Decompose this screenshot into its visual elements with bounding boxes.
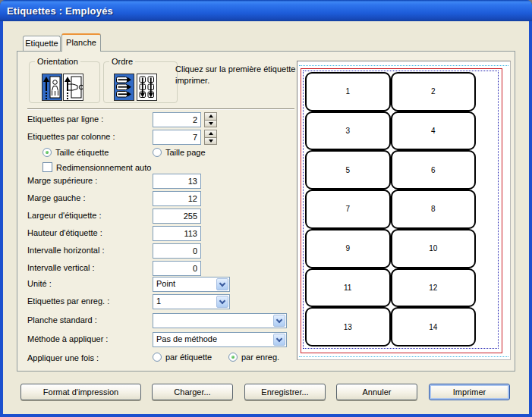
field-label: Intervalle vertical : <box>27 263 95 272</box>
tab-etiquette[interactable]: Etiquette <box>23 36 61 51</box>
preview-label[interactable]: 9 <box>305 229 391 268</box>
size-label-radio[interactable]: Taille étiquette <box>42 148 109 157</box>
radio-label: Taille page <box>165 148 206 157</box>
field-label: Hauteur d'étiquette : <box>27 228 102 237</box>
preview-label[interactable]: 5 <box>305 150 391 190</box>
planche-tab-page: Orientation <box>17 51 515 372</box>
chevron-down-icon[interactable] <box>273 334 285 346</box>
preview-label[interactable]: 13 <box>305 307 391 346</box>
spin-up-icon[interactable] <box>204 130 217 138</box>
labels-per-column-stepper <box>204 130 217 145</box>
combo-value: 1 <box>156 296 161 306</box>
vertical-order-icon[interactable] <box>137 74 157 101</box>
auto-resize-checkbox[interactable]: Redimensionnement auto <box>42 162 151 172</box>
preview-label[interactable]: 10 <box>391 229 477 268</box>
combo-value: Point <box>156 279 175 288</box>
group-label: Ordre <box>109 57 135 66</box>
preview-label[interactable]: 4 <box>391 111 477 151</box>
top-margin-input[interactable] <box>153 174 201 189</box>
load-button[interactable]: Charger... <box>152 384 233 400</box>
landscape-orientation-icon[interactable] <box>63 74 83 101</box>
labels-per-line-input[interactable] <box>153 112 201 127</box>
order-group: Ordre <box>103 61 178 103</box>
chevron-down-icon[interactable] <box>216 278 228 290</box>
vertical-gap-input[interactable] <box>153 261 201 276</box>
field-label: Marge supérieure : <box>27 176 97 185</box>
spin-down-icon[interactable] <box>204 121 217 128</box>
separator <box>27 108 294 110</box>
field-label: Unité : <box>27 279 52 288</box>
radio-label: par enreg. <box>241 353 279 362</box>
preview-label[interactable]: 6 <box>391 150 477 190</box>
standard-sheet-combo[interactable] <box>153 313 287 328</box>
dialog-body: Etiquette Planche Orientation <box>3 21 529 414</box>
size-page-radio[interactable]: Taille page <box>153 148 206 157</box>
title-bar[interactable]: Etiquettes : Employés <box>0 0 532 21</box>
field-label: Etiquettes par ligne : <box>27 114 103 124</box>
field-label: Etiquettes par colonne : <box>27 132 115 141</box>
horizontal-gap-input[interactable] <box>153 243 201 259</box>
window-title: Etiquettes : Employés <box>0 5 113 17</box>
radio-icon <box>153 148 162 157</box>
preview-label-grid: 1234567891011121314 <box>305 72 476 346</box>
printable-guide-top <box>299 65 508 66</box>
radio-icon <box>228 353 238 362</box>
field-label: Méthode à appliquer : <box>27 334 108 343</box>
print-button[interactable]: Imprimer <box>429 384 510 400</box>
field-label: Largeur d'étiquette : <box>27 211 102 220</box>
unit-combo[interactable]: Point <box>153 277 230 292</box>
chevron-down-icon[interactable] <box>216 296 228 308</box>
sheet-preview-panel: 1234567891011121314 <box>297 61 511 360</box>
labels-dialog: Etiquettes : Employés Etiquette Planche … <box>0 0 532 417</box>
labels-per-column-input[interactable] <box>153 130 201 145</box>
group-label: Orientation <box>35 57 80 66</box>
checkbox-icon <box>42 162 52 172</box>
radio-icon <box>42 148 52 157</box>
left-margin-input[interactable] <box>153 191 201 206</box>
orientation-group: Orientation <box>29 61 100 103</box>
labels-per-line-stepper <box>204 112 217 127</box>
per-label-radio[interactable]: par étiquette <box>153 353 212 362</box>
field-label: Intervalle horizontal : <box>27 246 105 255</box>
print-format-button[interactable]: Format d'impression <box>20 384 141 400</box>
method-combo[interactable]: Pas de méthode <box>153 332 287 347</box>
horizontal-order-icon[interactable] <box>114 74 134 101</box>
preview-label[interactable]: 14 <box>391 307 477 346</box>
preview-label[interactable]: 7 <box>305 190 391 229</box>
preview-label[interactable]: 1 <box>305 72 391 111</box>
first-label-hint: Cliquez sur la première étiquette à impr… <box>175 64 303 86</box>
radio-label: par étiquette <box>165 353 212 362</box>
tab-label: Etiquette <box>25 39 58 48</box>
label-width-input[interactable] <box>153 208 201 224</box>
portrait-orientation-icon[interactable] <box>42 74 62 101</box>
radio-label: Taille étiquette <box>55 148 109 157</box>
combo-value: Pas de méthode <box>156 334 217 343</box>
tab-label: Planche <box>66 38 96 47</box>
preview-label[interactable]: 12 <box>391 268 477 308</box>
preview-label[interactable]: 8 <box>391 190 477 229</box>
tab-planche[interactable]: Planche <box>61 33 101 52</box>
preview-label[interactable]: 11 <box>305 268 391 308</box>
chevron-down-icon[interactable] <box>273 315 285 327</box>
spin-down-icon[interactable] <box>204 138 217 146</box>
field-label: Etiquettes par enreg. : <box>27 296 109 306</box>
spin-up-icon[interactable] <box>204 112 217 121</box>
radio-icon <box>153 353 162 362</box>
field-label: Marge gauche : <box>27 193 85 202</box>
field-label: Planche standard : <box>27 315 97 325</box>
per-record-radio[interactable]: par enreg. <box>228 353 279 362</box>
cancel-button[interactable]: Annuler <box>336 384 417 400</box>
printable-guide-bottom <box>299 356 508 357</box>
save-button[interactable]: Enregistrer... <box>244 384 326 400</box>
field-label: Appliquer une fois : <box>27 353 99 362</box>
preview-label[interactable]: 3 <box>305 111 391 151</box>
labels-per-record-combo[interactable]: 1 <box>153 294 230 309</box>
preview-label[interactable]: 2 <box>391 72 477 111</box>
checkbox-label: Redimensionnement auto <box>56 163 151 172</box>
label-height-input[interactable] <box>153 226 201 241</box>
